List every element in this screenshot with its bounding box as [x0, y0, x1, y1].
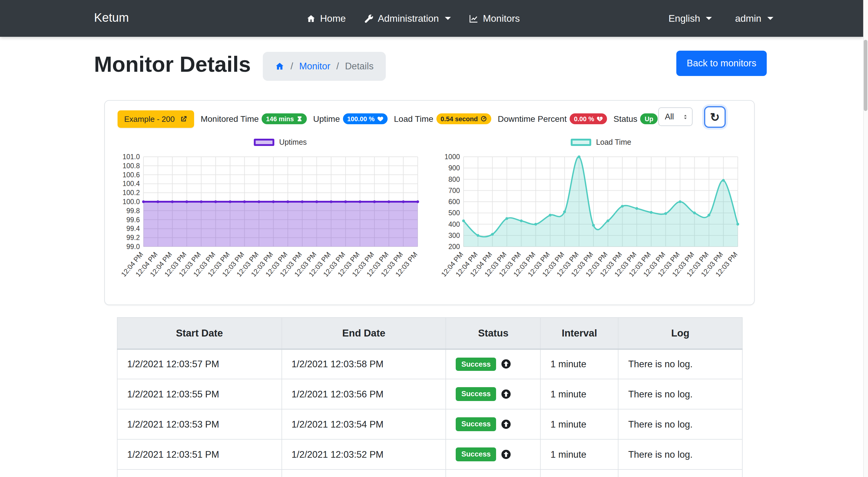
nav-item-administration[interactable]: Administration [364, 13, 451, 24]
arrow-circle-up-icon [501, 449, 511, 459]
log-cell: There is no log. [618, 439, 742, 470]
brand[interactable]: Ketum [94, 11, 129, 25]
svg-text:400: 400 [448, 220, 460, 228]
start-date-cell: 1/2/2021 12:03:53 PM [117, 409, 281, 439]
stat-load-time: Load Time 0.54 second [394, 113, 491, 124]
load-time-badge: 0.54 second [436, 113, 491, 124]
stat-label: Status [613, 114, 637, 124]
svg-text:300: 300 [448, 232, 460, 239]
svg-text:700: 700 [448, 187, 460, 195]
uptimes-chart: 101.0100.8100.6100.4100.2100.099.899.699… [118, 154, 423, 293]
stat-downtime-percent: Downtime Percent 0.00 % [498, 113, 607, 124]
column-header: Log [618, 318, 742, 349]
svg-text:800: 800 [448, 176, 460, 183]
start-date-cell: 1/2/2021 12:03:51 PM [117, 439, 281, 470]
external-link-icon [180, 115, 187, 123]
home-icon[interactable] [275, 61, 284, 71]
user-label: admin [735, 13, 761, 24]
select-arrows-icon [682, 113, 688, 121]
load-time-chart: 100090080070060050040030020012:04 PM12:0… [438, 154, 743, 293]
svg-text:99.4: 99.4 [126, 225, 140, 233]
stat-label: Load Time [394, 114, 433, 124]
column-header: Start Date [117, 318, 281, 349]
navbar-right: English admin [669, 0, 773, 37]
language-label: English [669, 13, 700, 24]
monitor-stats-row: Example - 200 Monitored Time 146 mins Up… [118, 109, 649, 129]
monitor-card: Example - 200 Monitored Time 146 mins Up… [104, 100, 755, 305]
back-to-monitors-button[interactable]: Back to monitors [676, 51, 767, 76]
status-cell: Success [446, 439, 541, 470]
end-date-cell: 1/2/2021 12:03:56 PM [281, 379, 446, 409]
table-header-row: Start DateEnd DateStatusIntervalLog [117, 318, 742, 349]
status-badge: Success [456, 357, 496, 371]
svg-text:1000: 1000 [444, 153, 460, 161]
monitor-details-page: Ketum Home Administration Monitors Engli… [0, 0, 868, 477]
svg-text:500: 500 [448, 209, 460, 217]
uptime-badge: 100.00 % [343, 113, 387, 124]
end-date-cell: 1/2/2021 12:03:52 PM [281, 439, 446, 470]
svg-text:600: 600 [448, 198, 460, 206]
status-cell: Success [446, 349, 541, 379]
heart-crack-icon [596, 116, 602, 122]
home-icon [306, 13, 316, 23]
status-cell: Success [446, 409, 541, 439]
breadcrumb-current: Details [345, 61, 374, 72]
chart-icon [469, 13, 478, 23]
start-date-cell: 1/2/2021 12:03:55 PM [117, 379, 281, 409]
main-nav: Home Administration Monitors [306, 0, 520, 37]
status-cell: Success [446, 379, 541, 409]
column-header: Interval [541, 318, 618, 349]
nav-item-label: Home [320, 13, 346, 24]
chevron-down-icon [706, 17, 712, 20]
svg-text:100.6: 100.6 [122, 171, 140, 179]
arrow-circle-up-icon [501, 389, 511, 399]
table-row: 1/2/2021 12:03:55 PM1/2/2021 12:03:56 PM… [117, 379, 742, 409]
monitor-name-label: Example - 200 [124, 114, 175, 123]
monitor-name-button[interactable]: Example - 200 [118, 110, 194, 127]
nav-item-label: Monitors [483, 13, 520, 24]
breadcrumb-separator: / [290, 61, 293, 72]
start-date-cell: 1/2/2021 12:03:57 PM [117, 349, 281, 379]
svg-text:100.4: 100.4 [122, 180, 140, 187]
load-time-legend-swatch [571, 139, 591, 146]
table-row-partial [117, 470, 742, 477]
svg-text:99.6: 99.6 [126, 216, 140, 224]
nav-item-label: Administration [378, 13, 439, 24]
nav-item-monitors[interactable]: Monitors [469, 13, 520, 24]
table-row: 1/2/2021 12:03:51 PM1/2/2021 12:03:52 PM… [117, 439, 742, 470]
refresh-button[interactable]: ↻ [704, 106, 726, 128]
uptimes-legend-swatch [254, 139, 274, 146]
stat-label: Uptime [313, 114, 340, 124]
monitor-log-table: Start DateEnd DateStatusIntervalLog 1/2/… [117, 317, 743, 477]
monitor-log-table-body: 1/2/2021 12:03:57 PM1/2/2021 12:03:58 PM… [117, 349, 742, 477]
navbar: Ketum Home Administration Monitors Engli… [0, 0, 863, 37]
monitored-time-badge: 146 mins [262, 113, 307, 124]
load-time-legend[interactable]: Load Time [571, 138, 631, 147]
scrollbar-thumb[interactable] [864, 40, 867, 111]
status-badge: Success [456, 418, 496, 431]
log-cell: There is no log. [618, 379, 742, 409]
breadcrumb-monitor-link[interactable]: Monitor [299, 61, 330, 72]
svg-text:101.0: 101.0 [122, 153, 140, 161]
svg-text:100.2: 100.2 [122, 189, 140, 197]
nav-item-home[interactable]: Home [306, 13, 346, 24]
interval-cell: 1 minute [541, 349, 618, 379]
interval-cell: 1 minute [541, 439, 618, 470]
svg-text:99.2: 99.2 [126, 234, 140, 241]
status-badge: Success [456, 387, 496, 401]
stat-label: Downtime Percent [498, 114, 567, 124]
hourglass-icon [296, 116, 302, 122]
user-dropdown[interactable]: admin [735, 13, 773, 24]
table-row: 1/2/2021 12:03:57 PM1/2/2021 12:03:58 PM… [117, 349, 742, 379]
column-header: Status [446, 318, 541, 349]
end-date-cell: 1/2/2021 12:03:58 PM [281, 349, 446, 379]
log-cell: There is no log. [618, 409, 742, 439]
refresh-icon: ↻ [710, 110, 720, 124]
svg-text:99.8: 99.8 [126, 207, 140, 215]
chevron-down-icon [767, 17, 773, 20]
range-select[interactable]: All [658, 107, 692, 126]
language-dropdown[interactable]: English [669, 13, 712, 24]
stat-uptime: Uptime 100.00 % [313, 113, 387, 124]
uptimes-legend[interactable]: Uptimes [254, 138, 307, 147]
page-title: Monitor Details [94, 52, 251, 77]
